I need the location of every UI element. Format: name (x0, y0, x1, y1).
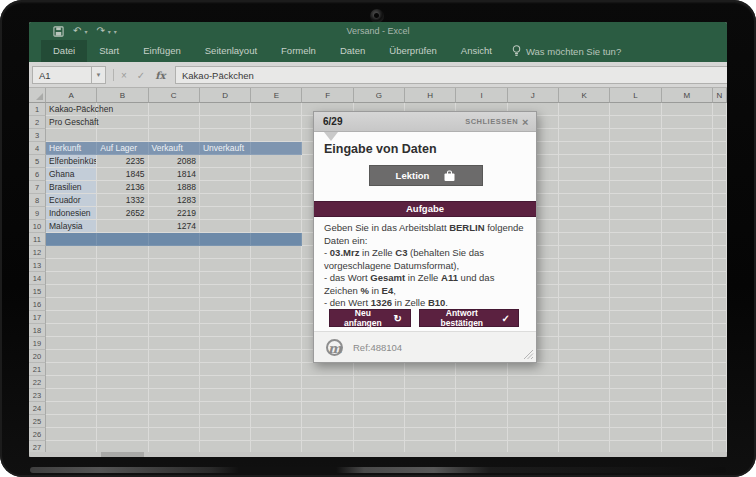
cell-E12[interactable] (251, 246, 302, 259)
cell-E11[interactable] (251, 233, 302, 246)
cell-L8[interactable] (610, 194, 661, 207)
cell-A9[interactable]: Indonesien (46, 207, 97, 220)
cell-L23[interactable] (610, 389, 661, 402)
cell-K5[interactable] (559, 155, 610, 168)
cell-B5[interactable]: 2235 (97, 155, 148, 168)
cell-C10[interactable]: 1274 (149, 220, 200, 233)
row-header-13[interactable]: 13 (29, 259, 46, 272)
select-all-corner[interactable] (29, 88, 46, 103)
column-header-E[interactable]: E (251, 88, 302, 103)
cell-K19[interactable] (559, 337, 610, 350)
cell-K8[interactable] (559, 194, 610, 207)
cell-G23[interactable] (354, 389, 405, 402)
cell-E25[interactable] (251, 415, 302, 428)
cancel-icon[interactable]: × (121, 70, 127, 81)
cell-K22[interactable] (559, 376, 610, 389)
cell-M13[interactable] (662, 259, 713, 272)
cell-D22[interactable] (200, 376, 251, 389)
row-header-11[interactable]: 11 (29, 233, 46, 246)
cell-C18[interactable] (149, 324, 200, 337)
cell-C12[interactable] (149, 246, 200, 259)
row-header-25[interactable]: 25 (29, 415, 46, 428)
cell-L5[interactable] (610, 155, 661, 168)
cell-C19[interactable] (149, 337, 200, 350)
cell-E18[interactable] (251, 324, 302, 337)
cell-N6[interactable] (713, 168, 727, 181)
cell-C24[interactable] (149, 402, 200, 415)
cell-B2[interactable] (97, 116, 148, 129)
cell-E17[interactable] (251, 311, 302, 324)
cell-B15[interactable] (97, 285, 148, 298)
cell-N1[interactable] (713, 103, 727, 116)
cell-D14[interactable] (200, 272, 251, 285)
tell-me-box[interactable]: Was möchten Sie tun? (512, 45, 621, 57)
cell-K17[interactable] (559, 311, 610, 324)
cell-D9[interactable] (200, 207, 251, 220)
cell-H24[interactable] (405, 402, 456, 415)
cell-M14[interactable] (662, 272, 713, 285)
cell-L1[interactable] (610, 103, 661, 116)
cell-L3[interactable] (610, 129, 661, 142)
ribbon-tab-formeln[interactable]: Formeln (269, 40, 328, 62)
name-box[interactable]: A1 (32, 66, 92, 84)
cell-B10[interactable] (97, 220, 148, 233)
cell-M8[interactable] (662, 194, 713, 207)
cell-N19[interactable] (713, 337, 727, 350)
cell-K21[interactable] (559, 363, 610, 376)
close-button[interactable]: SCHLIESSEN × (465, 112, 529, 132)
cell-N25[interactable] (713, 415, 727, 428)
row-header-4[interactable]: 4 (29, 142, 46, 155)
cell-C11[interactable] (149, 233, 200, 246)
cell-A23[interactable] (46, 389, 97, 402)
cell-M18[interactable] (662, 324, 713, 337)
cell-M25[interactable] (662, 415, 713, 428)
restart-button[interactable]: Neu anfangen ↻ (329, 309, 411, 327)
row-header-3[interactable]: 3 (29, 129, 46, 142)
cell-L13[interactable] (610, 259, 661, 272)
cell-N24[interactable] (713, 402, 727, 415)
enter-icon[interactable]: ✓ (137, 70, 145, 81)
cell-L6[interactable] (610, 168, 661, 181)
cell-B16[interactable] (97, 298, 148, 311)
cell-D6[interactable] (200, 168, 251, 181)
row-header-16[interactable]: 16 (29, 298, 46, 311)
cell-A12[interactable] (46, 246, 97, 259)
cell-E9[interactable] (251, 207, 302, 220)
row-header-23[interactable]: 23 (29, 389, 46, 402)
cell-C8[interactable]: 1283 (149, 194, 200, 207)
cell-C22[interactable] (149, 376, 200, 389)
cell-D1[interactable] (200, 103, 251, 116)
cell-L20[interactable] (610, 350, 661, 363)
cell-G22[interactable] (354, 376, 405, 389)
cell-D23[interactable] (200, 389, 251, 402)
cell-M12[interactable] (662, 246, 713, 259)
column-header-C[interactable]: C (149, 88, 200, 103)
column-header-B[interactable]: B (97, 88, 148, 103)
cell-J24[interactable] (508, 402, 559, 415)
cell-C17[interactable] (149, 311, 200, 324)
cell-B20[interactable] (97, 350, 148, 363)
cell-M22[interactable] (662, 376, 713, 389)
cell-K10[interactable] (559, 220, 610, 233)
cell-A5[interactable]: Elfenbeinküste (46, 155, 97, 168)
cell-A13[interactable] (46, 259, 97, 272)
cell-C16[interactable] (149, 298, 200, 311)
cell-B12[interactable] (97, 246, 148, 259)
cell-K26[interactable] (559, 428, 610, 441)
cell-N2[interactable] (713, 116, 727, 129)
cell-A7[interactable]: Brasilien (46, 181, 97, 194)
cell-D15[interactable] (200, 285, 251, 298)
cell-C4[interactable]: Verkauft (149, 142, 200, 155)
cell-J23[interactable] (508, 389, 559, 402)
cell-E10[interactable] (251, 220, 302, 233)
cell-M23[interactable] (662, 389, 713, 402)
cell-M6[interactable] (662, 168, 713, 181)
cell-D12[interactable] (200, 246, 251, 259)
cell-C9[interactable]: 2219 (149, 207, 200, 220)
cell-E20[interactable] (251, 350, 302, 363)
cell-F26[interactable] (302, 428, 353, 441)
cell-N22[interactable] (713, 376, 727, 389)
cell-M15[interactable] (662, 285, 713, 298)
column-header-F[interactable]: F (302, 88, 353, 103)
cell-B23[interactable] (97, 389, 148, 402)
